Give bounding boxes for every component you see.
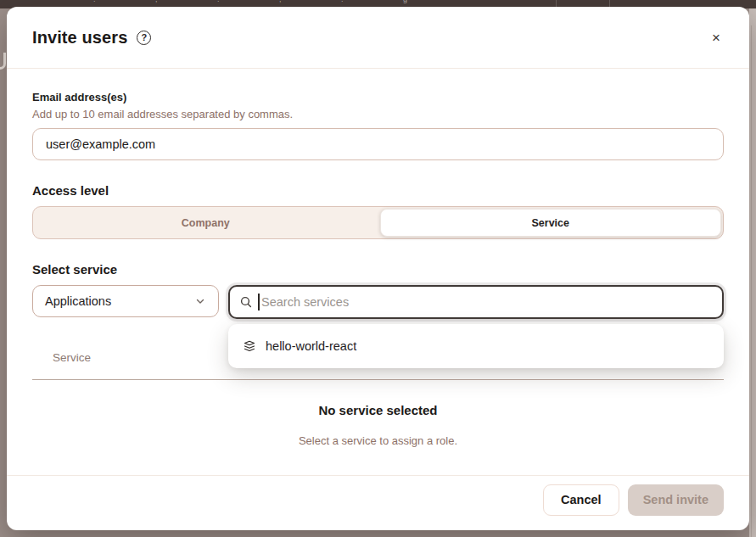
service-search-combobox: hello-world-react xyxy=(228,285,724,319)
service-result-item[interactable]: hello-world-react xyxy=(228,327,724,365)
segment-company-label: Company xyxy=(182,217,230,229)
access-level-segmented-control: Company Service xyxy=(32,206,724,239)
background-topbar-nav-fragment: . , . , . g xyxy=(93,0,450,3)
service-category-value: Applications xyxy=(45,294,111,308)
cancel-button[interactable]: Cancel xyxy=(543,484,619,516)
email-label: Email address(es) xyxy=(32,91,724,103)
modal-footer: Cancel Send invite xyxy=(7,475,749,530)
modal-body: Email address(es) Add up to 10 email add… xyxy=(7,69,749,475)
background-logo-fragment xyxy=(0,53,6,70)
invite-users-modal: Invite users ? × Email address(es) Add u… xyxy=(7,7,749,530)
text-caret xyxy=(258,294,260,310)
email-helper-text: Add up to 10 email addresses separated b… xyxy=(32,108,724,120)
service-search-results: hello-world-react xyxy=(228,324,724,368)
service-result-label: hello-world-react xyxy=(266,339,356,353)
service-empty-state: No service selected Select a service to … xyxy=(32,403,724,447)
close-icon[interactable]: × xyxy=(708,27,724,48)
select-service-row: Applications xyxy=(32,285,724,319)
service-column-header: Service xyxy=(53,351,91,364)
empty-state-subtitle: Select a service to assign a role. xyxy=(32,434,724,447)
select-service-label: Select service xyxy=(32,262,724,277)
segment-service[interactable]: Service xyxy=(380,209,722,237)
stack-layers-icon xyxy=(243,339,256,353)
background-divider xyxy=(751,25,752,537)
help-icon[interactable]: ? xyxy=(137,31,151,45)
segment-service-label: Service xyxy=(532,217,569,229)
chevron-down-icon xyxy=(194,295,206,307)
empty-state-title: No service selected xyxy=(32,403,724,417)
background-page-edge xyxy=(749,8,756,537)
modal-title: Invite users xyxy=(32,28,127,48)
access-level-label: Access level xyxy=(32,183,724,198)
modal-header: Invite users ? × xyxy=(7,7,749,69)
service-search-input[interactable] xyxy=(228,285,724,319)
email-input[interactable] xyxy=(32,128,724,160)
service-category-select[interactable]: Applications xyxy=(32,285,219,317)
send-invite-button[interactable]: Send invite xyxy=(628,484,724,516)
segment-company[interactable]: Company xyxy=(33,207,378,238)
